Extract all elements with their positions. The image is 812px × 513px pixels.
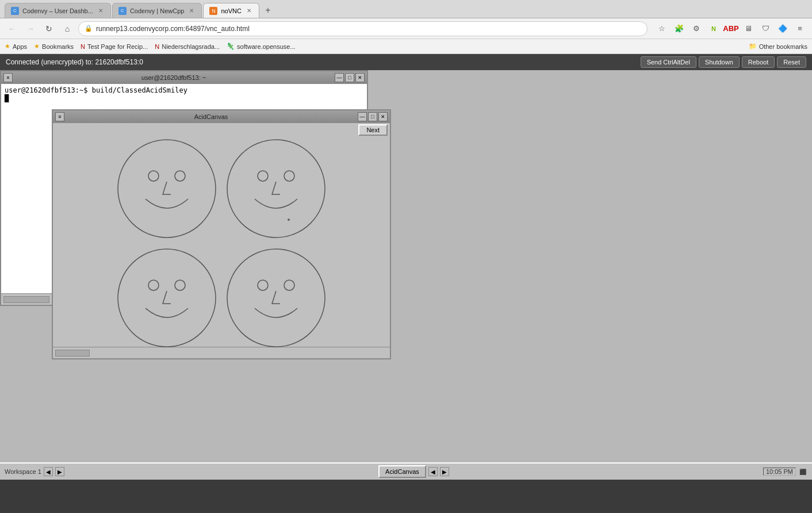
toolbar-icons: ☆ 🧩 ⚙ N ABP 🖥 🛡 🔷 ≡ (654, 21, 807, 36)
bookmark-testpage[interactable]: N Test Page for Recip... (81, 43, 148, 50)
star-button[interactable]: ☆ (654, 21, 669, 36)
extra-button[interactable]: 🔷 (775, 21, 790, 36)
tab-novnc[interactable]: N noVNC ✕ (203, 3, 259, 18)
terminal-maximize-btn[interactable]: □ (345, 73, 354, 82)
tab-label-1: Codenvy – User Dashb... (22, 7, 93, 14)
bookmark-apps-label: Apps (13, 43, 27, 50)
nvidia-button[interactable]: N (706, 21, 721, 36)
reset-button[interactable]: Reset (777, 56, 806, 68)
niederschlag-icon: N (155, 43, 159, 50)
novnc-status-text: Connected (unencrypted) to: 21620dfbf513… (6, 58, 143, 66)
address-bar-row: ← → ↻ ⌂ 🔒 runnerp13.codenvycorp.com:6489… (0, 18, 812, 39)
svg-point-2 (175, 171, 185, 181)
tab-close-1[interactable]: ✕ (97, 7, 105, 15)
bookmark-other[interactable]: 📁 Other bookmarks (749, 43, 807, 50)
terminal-title: user@21620dfbf513: ~ (13, 74, 335, 81)
acid-win-btns: ≡ (55, 112, 64, 121)
tab-favicon-2: C (118, 7, 127, 15)
taskbar-left: Workspace 1 ◀ ▶ (5, 467, 64, 476)
tab-codenvy-dashboard[interactable]: C Codenvy – User Dashb... ✕ (5, 3, 111, 18)
bookmark-opensuse-label: software.opensuse... (237, 43, 296, 50)
svg-point-3 (227, 140, 325, 238)
bookmark-bookmarks-label: Bookmarks (42, 43, 74, 50)
bookmark-apps[interactable]: ★ Apps (5, 43, 27, 50)
screen-button[interactable]: 🖥 (741, 21, 756, 36)
smileys-svg (112, 137, 331, 350)
acid-canvas-prev-btn[interactable]: ◀ (428, 467, 438, 476)
tab-favicon-3: N (209, 7, 217, 15)
next-button[interactable]: Next (358, 124, 388, 136)
tab-codenvy-newcpp[interactable]: C Codenvy | NewCpp ✕ (112, 3, 202, 18)
tab-label-2: Codenvy | NewCpp (130, 7, 185, 14)
extensions-button[interactable]: 🧩 (672, 21, 687, 36)
terminal-icon-btn[interactable]: ≡ (3, 73, 13, 82)
forward-button[interactable]: → (23, 21, 38, 36)
reboot-button[interactable]: Reboot (742, 56, 775, 68)
acid-canvas-window[interactable]: ≡ AcidCanvas — □ ✕ Next (52, 109, 391, 359)
vpn-button[interactable]: 🛡 (758, 21, 773, 36)
reload-button[interactable]: ↻ (41, 21, 56, 36)
acid-toolbar: Next (53, 123, 390, 137)
svg-point-1 (148, 171, 159, 181)
testpage-icon: N (81, 43, 85, 50)
apps-icon: ★ (5, 43, 10, 50)
acid-titlebar: ≡ AcidCanvas — □ ✕ (53, 110, 390, 123)
settings-button[interactable]: ⚙ (689, 21, 704, 36)
opensuse-icon: 🦎 (227, 43, 235, 50)
taskbar-center: AcidCanvas ◀ ▶ (378, 465, 449, 478)
acid-maximize-btn[interactable]: □ (368, 112, 377, 121)
address-text: runnerp13.codenvycorp.com:64897/vnc_auto… (96, 25, 641, 33)
terminal-minimize-btn[interactable]: — (335, 73, 344, 82)
terminal-close-btn[interactable]: ✕ (355, 73, 365, 82)
svg-point-9 (227, 249, 325, 347)
menu-button[interactable]: ≡ (792, 21, 807, 36)
back-button[interactable]: ← (5, 21, 20, 36)
svg-point-0 (118, 140, 216, 238)
taskbar-right: 10:05 PM ⬛ (763, 467, 807, 476)
tab-close-2[interactable]: ✕ (187, 7, 196, 15)
bookmarks-icon: ★ (34, 43, 40, 50)
terminal-win-btns: ≡ (3, 73, 13, 82)
svg-point-4 (258, 171, 268, 181)
tab-favicon-1: C (11, 7, 19, 15)
bookmark-opensuse[interactable]: 🦎 software.opensuse... (227, 43, 296, 50)
tab-label-3: noVNC (221, 7, 241, 14)
terminal-command-line: user@21620dfbf513:~$ build/ClassedAcidSm… (5, 86, 363, 94)
bookmark-other-label: Other bookmarks (759, 43, 807, 50)
taskbar-clock: 10:05 PM (763, 468, 796, 476)
home-button[interactable]: ⌂ (60, 21, 75, 36)
tab-close-3[interactable]: ✕ (245, 7, 253, 15)
vnc-content: ≡ user@21620dfbf513: ~ — □ ✕ user@21620d… (0, 70, 812, 480)
acid-icon-btn[interactable]: ≡ (55, 112, 64, 121)
workspace-next-btn[interactable]: ▶ (55, 467, 64, 476)
bookmark-niederschlag[interactable]: N Niederschlagsrada... (155, 43, 220, 50)
svg-point-7 (148, 280, 159, 290)
novnc-controls: Send CtrlAltDel Shutdown Reboot Reset (641, 56, 806, 68)
svg-point-11 (284, 280, 294, 290)
acid-canvas-area (53, 137, 390, 350)
acid-canvas-next-btn[interactable]: ▶ (440, 467, 449, 476)
bookmark-bookmarks[interactable]: ★ Bookmarks (34, 43, 74, 50)
workspace-label: Workspace 1 (5, 468, 41, 475)
folder-icon: 📁 (749, 43, 757, 50)
novnc-bar: Connected (unencrypted) to: 21620dfbf513… (0, 54, 812, 70)
svg-point-5 (284, 171, 294, 181)
lock-icon: 🔒 (85, 25, 93, 32)
tabs-bar: C Codenvy – User Dashb... ✕ C Codenvy | … (0, 0, 812, 18)
workspace-prev-btn[interactable]: ◀ (44, 467, 53, 476)
new-tab-button[interactable]: + (261, 3, 275, 18)
bookmarks-bar: ★ Apps ★ Bookmarks N Test Page for Recip… (0, 39, 812, 54)
taskbar-corner-btn[interactable]: ⬛ (798, 467, 807, 476)
acid-minimize-btn[interactable]: — (358, 112, 367, 121)
svg-point-8 (175, 280, 185, 290)
bookmark-niederschlag-label: Niederschlagsrada... (162, 43, 220, 50)
shutdown-button[interactable]: Shutdown (699, 56, 740, 68)
acid-close-btn[interactable]: ✕ (378, 112, 388, 121)
adblock-button[interactable]: ABP (723, 21, 738, 36)
bookmark-testpage-label: Test Page for Recip... (87, 43, 148, 50)
acid-body: Next (53, 123, 390, 347)
acid-canvas-taskbar-btn[interactable]: AcidCanvas (378, 465, 426, 478)
send-ctrlaltdel-button[interactable]: Send CtrlAltDel (641, 56, 696, 68)
address-box[interactable]: 🔒 runnerp13.codenvycorp.com:64897/vnc_au… (78, 21, 648, 36)
svg-point-6 (118, 249, 216, 347)
